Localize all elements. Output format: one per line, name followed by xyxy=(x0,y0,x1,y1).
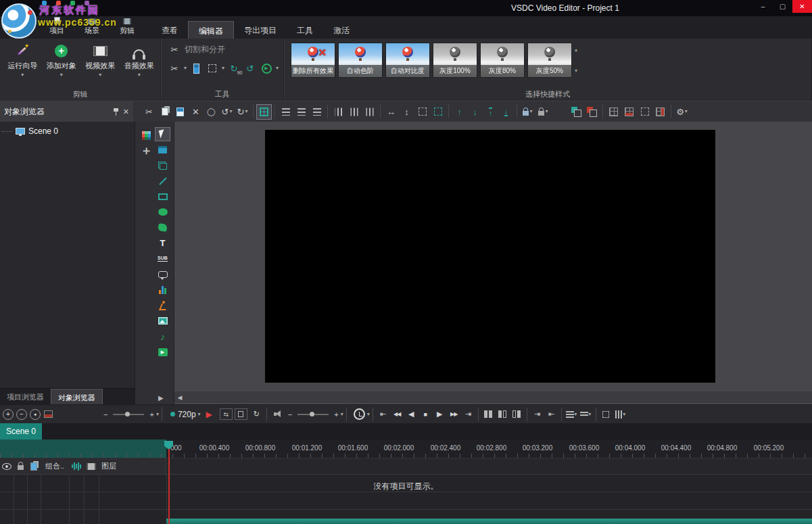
chevron-down-icon[interactable]: ▾ xyxy=(21,73,24,77)
image-tool-button[interactable] xyxy=(155,314,170,328)
zoom-slider[interactable] xyxy=(113,414,144,415)
tooltip-tool-button[interactable] xyxy=(155,267,170,281)
style-grayscale-100[interactable]: 灰度100% xyxy=(433,43,477,78)
zoom-out-button[interactable]: − xyxy=(16,409,27,420)
maximize-button[interactable]: ▢ xyxy=(773,0,792,13)
show-markers-button[interactable] xyxy=(652,104,668,120)
chevron-down-icon[interactable]: ▾ xyxy=(156,412,159,416)
cursor-to-start-button[interactable]: ⇤ xyxy=(544,407,558,422)
show-grid-button[interactable] xyxy=(606,104,621,120)
audio-effects-button[interactable]: 音频效果 ▾ xyxy=(121,41,158,90)
volume-plus[interactable]: + xyxy=(334,410,338,419)
crop-button[interactable] xyxy=(206,62,219,75)
timeline-ruler[interactable]: 000 00:00.400 00:00.800 00:01.200 00:01.… xyxy=(0,439,812,458)
line-tool-button[interactable] xyxy=(155,174,170,188)
move-to-top-button[interactable]: ↑ xyxy=(483,104,498,120)
fast-backward-button[interactable]: ◀◀ xyxy=(390,407,404,422)
scroll-down-icon[interactable]: ▾ xyxy=(575,68,577,74)
paste-button[interactable] xyxy=(172,104,188,120)
timeline-rows[interactable]: 没有项目可显示。 xyxy=(0,475,812,524)
chevron-down-icon[interactable]: ▾ xyxy=(99,73,101,77)
cut-tool-button[interactable]: ✂ xyxy=(168,62,181,75)
zoom-slider-plus[interactable]: + xyxy=(149,410,153,419)
scroll-up-icon[interactable]: ▴ xyxy=(575,47,577,53)
menu-item-scenes[interactable]: 场景 xyxy=(74,16,110,39)
stop-button[interactable]: ■ xyxy=(419,407,433,422)
align-top-button[interactable] xyxy=(331,104,346,120)
align-right-button[interactable] xyxy=(309,104,325,120)
align-left-button[interactable] xyxy=(278,104,293,120)
rotate-cw-button[interactable]: ↻90 xyxy=(227,62,241,75)
zoom-in-button[interactable]: + xyxy=(3,409,14,420)
text-tool-button[interactable]: T xyxy=(155,236,170,250)
zoom-region-icon[interactable] xyxy=(44,410,53,418)
volume-slider[interactable] xyxy=(297,414,329,415)
color-grid-button[interactable] xyxy=(139,128,154,143)
style-auto-levels[interactable]: 自动色阶 xyxy=(338,43,383,78)
loop-toggle-button[interactable]: ⇆ xyxy=(220,408,233,420)
panel-close-icon[interactable]: ✕ xyxy=(123,108,129,116)
speed-button[interactable]: ▶ xyxy=(260,62,273,75)
move-to-bottom-button[interactable]: ↓ xyxy=(498,104,514,120)
sprite-tool-button[interactable] xyxy=(155,143,170,157)
tab-project-browser[interactable]: 项目浏览器 xyxy=(0,389,51,404)
tab-activate[interactable]: 激活 xyxy=(323,21,360,39)
close-button[interactable]: ✕ xyxy=(792,0,812,13)
cut-button[interactable]: ✂ xyxy=(141,104,157,120)
tab-object-browser[interactable]: 对象浏览器 xyxy=(51,389,103,404)
select-tool-button[interactable] xyxy=(155,127,170,141)
tool-strip-expand-icon[interactable]: ▶ xyxy=(158,394,164,402)
move-down-button[interactable]: ↓ xyxy=(467,104,483,120)
track-list-button[interactable]: ▾ xyxy=(565,407,579,422)
resolution-select[interactable]: 720p xyxy=(178,410,196,419)
skip-to-end-button[interactable]: ⇥ xyxy=(461,407,475,422)
group-mode-select[interactable]: 组合.. xyxy=(41,461,69,471)
duplicate-tool-button[interactable] xyxy=(155,158,170,172)
zoom-slider-minus[interactable]: − xyxy=(103,410,108,419)
style-remove-all-effects[interactable]: ✕ 删除所有效果 xyxy=(291,43,335,78)
refresh-preview-button[interactable]: ↻ xyxy=(249,407,264,422)
run-wizard-button[interactable]: 运行向导 ▾ xyxy=(4,41,41,90)
deselect-button[interactable]: ◯ xyxy=(204,104,219,120)
zoom-fit-button[interactable]: ● xyxy=(30,409,41,420)
speaker-mute-icon[interactable] xyxy=(274,410,283,418)
timeline-display-button[interactable]: ▾ xyxy=(613,407,627,422)
chart-tool-button[interactable] xyxy=(155,283,170,297)
chevron-down-icon[interactable]: ▾ xyxy=(138,73,141,77)
animation-tool-button[interactable] xyxy=(155,298,170,312)
redo-button[interactable]: ↻▾ xyxy=(235,104,250,120)
bring-forward-button[interactable] xyxy=(569,104,584,120)
preview-play-button[interactable]: ▶ xyxy=(206,410,212,419)
video-effects-button[interactable]: 视频效果 ▾ xyxy=(82,41,119,90)
rotate-ccw-button[interactable]: ↺ xyxy=(243,62,257,75)
tab-view[interactable]: 查看 xyxy=(151,21,188,39)
tab-export-project[interactable]: 导出项目 xyxy=(234,21,287,39)
tab-editor[interactable]: 编辑器 xyxy=(188,21,234,39)
cursor-to-end-button[interactable]: ⇥ xyxy=(530,407,544,422)
audio-tool-button[interactable]: ♪ xyxy=(155,329,170,343)
pin-icon[interactable] xyxy=(113,108,119,116)
frame-preview-toggle-button[interactable] xyxy=(235,408,247,420)
lock-column-button[interactable] xyxy=(14,462,27,470)
show-safe-zone-button[interactable] xyxy=(621,104,637,120)
move-tool-button[interactable]: ✛ xyxy=(139,144,154,158)
video-tool-button[interactable]: ▶ xyxy=(155,345,170,359)
copy-button[interactable] xyxy=(157,104,172,120)
fast-forward-button[interactable]: ▶▶ xyxy=(447,407,461,422)
fit-height-button[interactable]: ↕ xyxy=(399,104,414,120)
style-auto-contrast[interactable]: 自动对比度 xyxy=(385,43,430,78)
track-height-button[interactable]: ▾ xyxy=(579,407,593,422)
move-up-button[interactable]: ↑ xyxy=(452,104,467,120)
chevron-down-icon[interactable]: ▾ xyxy=(184,66,187,70)
crop-region-button[interactable] xyxy=(430,104,446,120)
tree-item-scene0[interactable]: Scene 0 xyxy=(0,122,135,141)
undo-button[interactable]: ↺▾ xyxy=(219,104,235,120)
style-grayscale-80[interactable]: 灰度80% xyxy=(480,43,525,78)
skip-to-start-button[interactable]: ⇤ xyxy=(376,407,390,422)
split-view-right-button[interactable] xyxy=(510,408,524,421)
unlock-button[interactable]: ▾ xyxy=(535,104,551,120)
rectangle-tool-button[interactable] xyxy=(155,189,170,204)
scene-tab[interactable]: Scene 0 xyxy=(0,423,42,439)
blend-column-button[interactable] xyxy=(27,462,41,471)
ellipse-tool-button[interactable] xyxy=(155,205,170,219)
